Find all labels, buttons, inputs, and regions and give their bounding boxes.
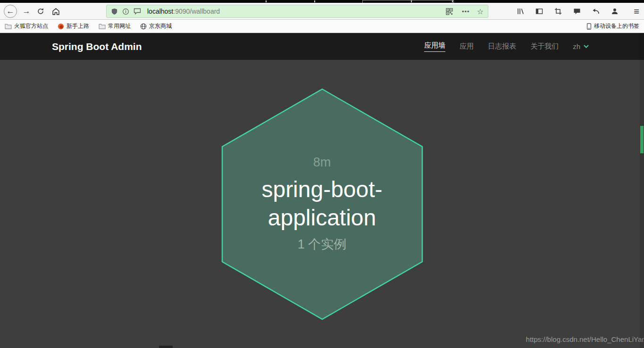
account-icon[interactable] <box>609 6 620 17</box>
back-button[interactable]: ← <box>4 5 17 18</box>
bookmark-label: 火狐官方站点 <box>14 22 48 30</box>
bookmark-star-icon[interactable]: ☆ <box>477 7 484 16</box>
nav-about[interactable]: 关于我们 <box>530 42 559 51</box>
back-icon: ← <box>7 7 15 16</box>
application-name: spring-boot-application <box>242 175 402 232</box>
hamburger-icon: ≡ <box>634 7 639 16</box>
reload-icon <box>37 8 44 15</box>
watermark-text: https://blog.csdn.net/Hello_ChenLiYang <box>526 335 644 343</box>
screen: ← → localhost:9090/wallboard <box>0 0 644 348</box>
forward-icon: → <box>23 7 31 16</box>
qr-scan-icon[interactable] <box>443 6 455 17</box>
library-icon[interactable] <box>515 6 526 17</box>
bookmark-label: 京东商城 <box>149 22 172 30</box>
globe-icon <box>140 23 147 30</box>
sidebar-icon[interactable] <box>534 6 545 17</box>
horizontal-scrollbar-thumb[interactable] <box>159 346 173 348</box>
tab-separator <box>314 0 315 2</box>
page-actions-icon[interactable]: ••• <box>462 8 470 15</box>
crop-icon[interactable] <box>552 6 564 17</box>
url-text: localhost:9090/wallboard <box>147 8 220 15</box>
tab-separator <box>266 0 267 2</box>
menu-button[interactable]: ≡ <box>631 6 642 17</box>
bookmark-label: 新手上路 <box>67 22 89 30</box>
folder-icon <box>99 23 106 29</box>
info-icon[interactable] <box>122 8 129 15</box>
bookmark-label: 常用网址 <box>108 22 131 30</box>
chat-icon[interactable] <box>571 6 583 17</box>
nav-journal[interactable]: 日志报表 <box>488 42 516 51</box>
bookmark-item[interactable]: 火狐官方站点 <box>5 22 48 30</box>
permission-bubble-icon[interactable] <box>134 8 141 15</box>
bookmarks-bar: 火狐官方站点 新手上路 常用网址 京东商城 移动设备上的书签 <box>0 20 644 33</box>
nav-applications[interactable]: 应用 <box>460 42 474 51</box>
page-viewport: Spring Boot Admin 应用墙 应用 日志报表 关于我们 zh <box>0 33 644 348</box>
hexagon-content: 8m spring-boot-application 1 个实例 <box>221 88 424 320</box>
app-header: Spring Boot Admin 应用墙 应用 日志报表 关于我们 zh <box>0 33 644 60</box>
reload-button[interactable] <box>34 5 47 18</box>
shield-icon[interactable] <box>111 8 118 15</box>
vertical-scrollbar[interactable] <box>640 33 644 348</box>
home-icon <box>52 8 60 16</box>
undo-icon[interactable] <box>590 6 602 17</box>
url-bar[interactable]: localhost:9090/wallboard ••• ☆ <box>106 5 488 18</box>
language-selector[interactable]: zh <box>573 42 589 50</box>
url-host: localhost <box>147 8 173 15</box>
uptime-value: 8m <box>313 155 331 170</box>
bookmark-item[interactable]: 常用网址 <box>99 22 131 30</box>
mobile-bookmarks[interactable]: 移动设备上的书签 <box>586 22 639 30</box>
mobile-bookmarks-label: 移动设备上的书签 <box>594 22 639 30</box>
bookmark-item[interactable]: 京东商城 <box>140 22 172 30</box>
app-nav: 应用墙 应用 日志报表 关于我们 zh <box>424 41 589 52</box>
mobile-icon <box>586 23 592 30</box>
forward-button[interactable]: → <box>20 5 33 18</box>
wallboard-area: 8m spring-boot-application 1 个实例 https:/… <box>0 60 644 348</box>
chevron-down-icon <box>584 45 589 48</box>
brand-title: Spring Boot Admin <box>52 41 142 52</box>
home-button[interactable] <box>49 5 62 18</box>
bookmark-item[interactable]: 新手上路 <box>58 22 89 30</box>
folder-icon <box>5 23 12 29</box>
url-path: :9090/wallboard <box>173 8 220 15</box>
browser-toolbar: ← → localhost:9090/wallboard <box>0 3 644 20</box>
firefox-icon <box>58 23 64 30</box>
instance-count: 1 个实例 <box>298 236 347 253</box>
vertical-scrollbar-thumb[interactable] <box>640 126 644 153</box>
language-value: zh <box>573 42 580 50</box>
toolbar-right-cluster: ≡ <box>515 6 642 17</box>
application-hexagon[interactable]: 8m spring-boot-application 1 个实例 <box>221 88 424 320</box>
nav-wallboard[interactable]: 应用墙 <box>424 41 445 52</box>
